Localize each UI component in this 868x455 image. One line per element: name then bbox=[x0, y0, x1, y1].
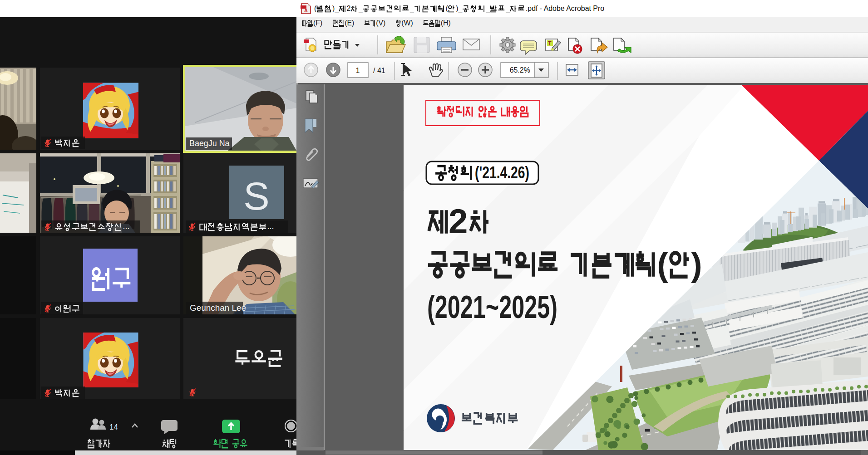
svg-text:(H): (H) bbox=[441, 19, 451, 27]
svg-text:(E): (E) bbox=[345, 19, 354, 27]
svg-text:/ 41: / 41 bbox=[373, 67, 385, 74]
svg-text:A: A bbox=[304, 8, 308, 13]
svg-text:(F): (F) bbox=[313, 19, 322, 27]
svg-text:_: _ bbox=[505, 5, 510, 13]
svg-text:65.2%: 65.2% bbox=[510, 66, 530, 74]
svg-text:(W): (W) bbox=[401, 19, 413, 27]
svg-text:)_: )_ bbox=[332, 5, 339, 13]
svg-text:(2021~2025): (2021~2025) bbox=[427, 289, 557, 325]
svg-text:2: 2 bbox=[347, 5, 351, 12]
svg-text:BaegJu Na: BaegJu Na bbox=[189, 139, 230, 148]
svg-text:_: _ bbox=[409, 5, 414, 13]
svg-text:): ) bbox=[691, 246, 702, 284]
svg-text:...: ... bbox=[267, 222, 274, 231]
svg-text:_: _ bbox=[358, 5, 363, 13]
svg-text:Geunchan Lee: Geunchan Lee bbox=[190, 303, 246, 313]
svg-text:(V): (V) bbox=[376, 19, 385, 27]
svg-text:.pdf - Adobe Acrobat Pro: .pdf - Adobe Acrobat Pro bbox=[526, 5, 604, 12]
svg-text:)_: )_ bbox=[456, 5, 463, 13]
svg-text:_: _ bbox=[486, 5, 491, 13]
svg-text:(: ( bbox=[657, 246, 668, 284]
svg-text:...: ... bbox=[123, 222, 130, 231]
svg-text:(: ( bbox=[446, 5, 449, 12]
svg-text:S: S bbox=[243, 174, 269, 218]
svg-text:(: ( bbox=[314, 5, 317, 12]
svg-text:1: 1 bbox=[356, 67, 360, 74]
svg-text:('21.4.26): ('21.4.26) bbox=[475, 163, 529, 182]
svg-text:14: 14 bbox=[109, 423, 118, 431]
svg-text:2: 2 bbox=[449, 202, 468, 240]
svg-text:T: T bbox=[548, 40, 552, 47]
